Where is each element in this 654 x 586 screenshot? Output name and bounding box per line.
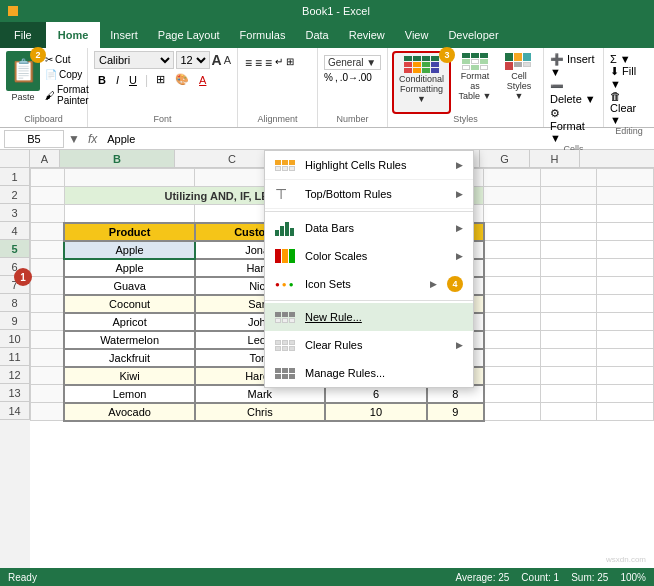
cell-b12[interactable]: Kiwi — [64, 367, 194, 385]
cell-b10[interactable]: Watermelon — [64, 331, 194, 349]
cell-b1[interactable] — [64, 169, 194, 187]
align-top-center-button[interactable]: ≡ — [254, 55, 263, 71]
cell-g3[interactable] — [540, 205, 597, 223]
cell-f7[interactable] — [484, 277, 541, 295]
cell-f10[interactable] — [484, 331, 541, 349]
bold-button[interactable]: B — [94, 72, 110, 88]
underline-button[interactable]: U — [125, 72, 141, 88]
cell-h13[interactable] — [597, 385, 654, 403]
dropdown-item-icon-sets[interactable]: ● ● ● Icon Sets ▶ 4 — [265, 270, 473, 298]
font-family-select[interactable]: Calibri — [94, 51, 174, 69]
dropdown-item-new-rule[interactable]: New Rule... — [265, 303, 473, 331]
dropdown-item-data-bars[interactable]: Data Bars ▶ — [265, 214, 473, 242]
italic-button[interactable]: I — [112, 72, 123, 88]
conditional-formatting-button[interactable]: ConditionalFormatting ▼ 3 — [392, 51, 451, 114]
cell-g6[interactable] — [540, 259, 597, 277]
cell-b3[interactable] — [64, 205, 194, 223]
cell-h8[interactable] — [597, 295, 654, 313]
cell-e14[interactable]: 9 — [427, 403, 484, 421]
tab-view[interactable]: View — [395, 22, 439, 48]
cell-a3[interactable] — [31, 205, 65, 223]
cell-a7[interactable] — [31, 277, 65, 295]
insert-button[interactable]: ➕ Insert ▼ — [550, 53, 597, 78]
cell-f1[interactable] — [484, 169, 541, 187]
tab-page-layout[interactable]: Page Layout — [148, 22, 230, 48]
copy-button[interactable]: 📄 Copy — [43, 68, 91, 81]
cell-f9[interactable] — [484, 313, 541, 331]
tab-developer[interactable]: Developer — [438, 22, 508, 48]
increase-font-size-button[interactable]: A — [212, 52, 222, 68]
row-header-1[interactable]: 1 — [0, 168, 30, 186]
row-header-14[interactable]: 14 — [0, 402, 30, 420]
cell-h9[interactable] — [597, 313, 654, 331]
cell-g10[interactable] — [540, 331, 597, 349]
cell-h11[interactable] — [597, 349, 654, 367]
expand-formula-bar-button[interactable]: ▼ — [68, 132, 80, 146]
cell-g12[interactable] — [540, 367, 597, 385]
dropdown-item-manage-rules[interactable]: Manage Rules... — [265, 359, 473, 387]
row-header-11[interactable]: 11 — [0, 348, 30, 366]
col-header-g[interactable]: G — [480, 150, 530, 167]
row-header-8[interactable]: 8 — [0, 294, 30, 312]
cell-a14[interactable] — [31, 403, 65, 421]
cell-h3[interactable] — [597, 205, 654, 223]
cell-b13[interactable]: Lemon — [64, 385, 194, 403]
wrap-text-button[interactable]: ↵ — [274, 55, 284, 71]
row-header-10[interactable]: 10 — [0, 330, 30, 348]
cell-f4[interactable] — [484, 223, 541, 241]
cell-b4[interactable]: Product — [64, 223, 194, 241]
cell-b14[interactable]: Avocado — [64, 403, 194, 421]
row-header-5[interactable]: 5 — [0, 240, 30, 258]
cell-f5[interactable] — [484, 241, 541, 259]
cell-a1[interactable] — [31, 169, 65, 187]
cell-a4[interactable] — [31, 223, 65, 241]
cell-f6[interactable] — [484, 259, 541, 277]
merge-center-button[interactable]: ⊞ — [285, 55, 295, 71]
cell-a6[interactable] — [31, 259, 65, 277]
cell-a2[interactable] — [31, 187, 65, 205]
delete-button[interactable]: ➖ Delete ▼ — [550, 80, 597, 105]
clear-button[interactable]: 🗑 Clear ▼ — [610, 90, 648, 126]
cell-h6[interactable] — [597, 259, 654, 277]
format-as-table-button[interactable]: Format asTable ▼ — [453, 51, 497, 114]
cell-b5[interactable]: Apple — [64, 241, 194, 259]
align-top-left-button[interactable]: ≡ — [244, 55, 253, 71]
cell-f8[interactable] — [484, 295, 541, 313]
cell-b6[interactable]: Apple — [64, 259, 194, 277]
format-button[interactable]: ⚙ Format ▼ — [550, 107, 597, 144]
cell-styles-button[interactable]: CellStyles ▼ — [499, 51, 539, 114]
dropdown-item-top-bottom[interactable]: ⊤ Top/Bottom Rules ▶ — [265, 180, 473, 209]
cell-g7[interactable] — [540, 277, 597, 295]
border-button[interactable]: ⊞ — [152, 71, 169, 88]
cut-button[interactable]: ✂ Cut — [43, 53, 91, 66]
row-header-3[interactable]: 3 — [0, 204, 30, 222]
tab-insert[interactable]: Insert — [100, 22, 148, 48]
cell-a13[interactable] — [31, 385, 65, 403]
col-header-a[interactable]: A — [30, 150, 60, 167]
dropdown-item-clear-rules[interactable]: Clear Rules ▶ — [265, 331, 473, 359]
tab-home[interactable]: Home — [46, 22, 101, 48]
cell-a12[interactable] — [31, 367, 65, 385]
dropdown-item-color-scales[interactable]: Color Scales ▶ — [265, 242, 473, 270]
cell-a10[interactable] — [31, 331, 65, 349]
paste-button[interactable]: 📋 Paste 2 — [6, 51, 40, 102]
cell-a11[interactable] — [31, 349, 65, 367]
cell-g1[interactable] — [540, 169, 597, 187]
row-header-2[interactable]: 2 — [0, 186, 30, 204]
tab-file[interactable]: File — [0, 22, 46, 48]
cell-d14[interactable]: 10 — [325, 403, 427, 421]
cell-f13[interactable] — [484, 385, 541, 403]
cell-f11[interactable] — [484, 349, 541, 367]
cell-f14[interactable] — [484, 403, 541, 421]
tab-formulas[interactable]: Formulas — [230, 22, 296, 48]
cell-c14[interactable]: Chris — [195, 403, 325, 421]
format-painter-button[interactable]: 🖌 Format Painter — [43, 83, 91, 107]
cell-b11[interactable]: Jackfruit — [64, 349, 194, 367]
cell-b7[interactable]: Guava — [64, 277, 194, 295]
cell-h1[interactable] — [597, 169, 654, 187]
font-size-select[interactable]: 12 — [176, 51, 210, 69]
cell-g8[interactable] — [540, 295, 597, 313]
fill-color-button[interactable]: 🎨 — [171, 71, 193, 88]
cell-g13[interactable] — [540, 385, 597, 403]
cell-b8[interactable]: Coconut — [64, 295, 194, 313]
